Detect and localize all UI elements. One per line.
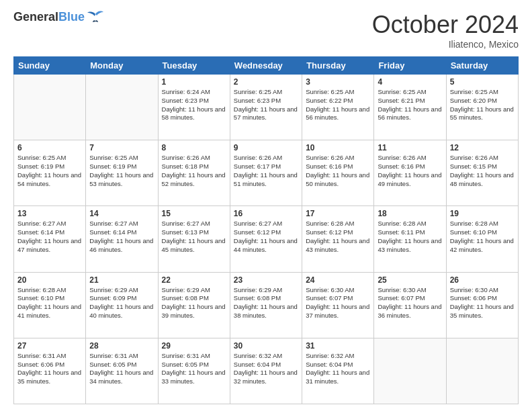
sunset-label: Sunset: 6:12 PM xyxy=(234,228,281,236)
day-info: Sunrise: 6:29 AM Sunset: 6:08 PM Dayligh… xyxy=(162,286,226,320)
title-block: October 2024 Iliatenco, Mexico xyxy=(372,11,519,50)
day-number: 3 xyxy=(306,77,370,87)
day-number: 20 xyxy=(17,275,82,285)
sunset-label: Sunset: 6:19 PM xyxy=(89,163,136,170)
sunrise-label: Sunrise: 6:31 AM xyxy=(89,352,138,359)
day-info: Sunrise: 6:27 AM Sunset: 6:12 PM Dayligh… xyxy=(234,220,298,254)
sunset-label: Sunset: 6:05 PM xyxy=(162,361,209,368)
calendar-cell: 23 Sunrise: 6:29 AM Sunset: 6:08 PM Dayl… xyxy=(230,272,302,338)
sunset-label: Sunset: 6:06 PM xyxy=(450,294,497,302)
day-info: Sunrise: 6:28 AM Sunset: 6:12 PM Dayligh… xyxy=(306,220,370,254)
daylight-label: Daylight: 11 hours and 46 minutes. xyxy=(89,237,153,253)
day-info: Sunrise: 6:29 AM Sunset: 6:09 PM Dayligh… xyxy=(89,286,154,320)
day-info: Sunrise: 6:31 AM Sunset: 6:06 PM Dayligh… xyxy=(17,352,82,386)
sunrise-label: Sunrise: 6:27 AM xyxy=(162,220,210,227)
day-info: Sunrise: 6:27 AM Sunset: 6:13 PM Dayligh… xyxy=(162,220,226,254)
daylight-label: Daylight: 11 hours and 35 minutes. xyxy=(450,303,514,319)
sunset-label: Sunset: 6:10 PM xyxy=(17,294,64,302)
day-number: 11 xyxy=(378,143,442,152)
header-thursday: Thursday xyxy=(302,57,374,75)
sunrise-label: Sunrise: 6:25 AM xyxy=(17,154,66,161)
sunrise-label: Sunrise: 6:27 AM xyxy=(17,220,66,227)
calendar-cell: 16 Sunrise: 6:27 AM Sunset: 6:12 PM Dayl… xyxy=(230,206,302,272)
calendar-cell: 19 Sunrise: 6:28 AM Sunset: 6:10 PM Dayl… xyxy=(446,206,518,272)
day-info: Sunrise: 6:28 AM Sunset: 6:10 PM Dayligh… xyxy=(17,286,82,320)
day-number: 28 xyxy=(89,341,154,351)
day-info: Sunrise: 6:26 AM Sunset: 6:17 PM Dayligh… xyxy=(234,154,298,188)
sunrise-label: Sunrise: 6:27 AM xyxy=(234,220,282,227)
calendar-cell: 31 Sunrise: 6:32 AM Sunset: 6:04 PM Dayl… xyxy=(302,338,374,404)
day-info: Sunrise: 6:28 AM Sunset: 6:11 PM Dayligh… xyxy=(378,220,442,254)
calendar-cell: 7 Sunrise: 6:25 AM Sunset: 6:19 PM Dayli… xyxy=(86,140,158,206)
calendar-table: Sunday Monday Tuesday Wednesday Thursday… xyxy=(13,56,519,404)
day-info: Sunrise: 6:25 AM Sunset: 6:22 PM Dayligh… xyxy=(306,88,370,122)
sunset-label: Sunset: 6:21 PM xyxy=(378,97,425,104)
calendar-cell: 18 Sunrise: 6:28 AM Sunset: 6:11 PM Dayl… xyxy=(374,206,446,272)
logo: GeneralBlue xyxy=(13,11,105,24)
day-number: 29 xyxy=(162,341,226,351)
sunset-label: Sunset: 6:05 PM xyxy=(89,361,136,368)
week-row-1: 1 Sunrise: 6:24 AM Sunset: 6:23 PM Dayli… xyxy=(14,75,519,140)
day-number: 4 xyxy=(378,77,442,87)
sunrise-label: Sunrise: 6:30 AM xyxy=(450,286,498,293)
daylight-label: Daylight: 11 hours and 56 minutes. xyxy=(378,105,441,122)
day-number: 9 xyxy=(234,143,298,152)
day-info: Sunrise: 6:25 AM Sunset: 6:19 PM Dayligh… xyxy=(17,154,82,188)
logo-bird-icon xyxy=(86,9,105,24)
sunrise-label: Sunrise: 6:26 AM xyxy=(162,154,210,161)
day-number: 2 xyxy=(234,77,298,87)
day-number: 5 xyxy=(450,77,515,87)
calendar-cell: 8 Sunrise: 6:26 AM Sunset: 6:18 PM Dayli… xyxy=(158,140,230,206)
day-info: Sunrise: 6:25 AM Sunset: 6:20 PM Dayligh… xyxy=(450,88,515,122)
sunrise-label: Sunrise: 6:25 AM xyxy=(378,88,426,95)
calendar-cell: 25 Sunrise: 6:30 AM Sunset: 6:07 PM Dayl… xyxy=(374,272,446,338)
daylight-label: Daylight: 11 hours and 55 minutes. xyxy=(450,105,514,122)
day-info: Sunrise: 6:28 AM Sunset: 6:10 PM Dayligh… xyxy=(450,220,515,254)
daylight-label: Daylight: 11 hours and 36 minutes. xyxy=(378,303,441,319)
daylight-label: Daylight: 11 hours and 45 minutes. xyxy=(162,237,226,253)
calendar-cell: 24 Sunrise: 6:30 AM Sunset: 6:07 PM Dayl… xyxy=(302,272,374,338)
sunset-label: Sunset: 6:17 PM xyxy=(234,163,281,170)
sunrise-label: Sunrise: 6:25 AM xyxy=(234,88,282,95)
calendar-cell xyxy=(446,338,518,404)
calendar-cell: 3 Sunrise: 6:25 AM Sunset: 6:22 PM Dayli… xyxy=(302,75,374,140)
calendar-cell: 17 Sunrise: 6:28 AM Sunset: 6:12 PM Dayl… xyxy=(302,206,374,272)
sunrise-label: Sunrise: 6:26 AM xyxy=(306,154,354,161)
daylight-label: Daylight: 11 hours and 53 minutes. xyxy=(89,171,153,187)
location: Iliatenco, Mexico xyxy=(372,39,519,50)
sunrise-label: Sunrise: 6:31 AM xyxy=(162,352,210,359)
day-number: 27 xyxy=(17,341,82,351)
sunrise-label: Sunrise: 6:29 AM xyxy=(89,286,138,293)
daylight-label: Daylight: 11 hours and 37 minutes. xyxy=(306,303,369,319)
daylight-label: Daylight: 11 hours and 44 minutes. xyxy=(234,237,298,253)
calendar-cell: 6 Sunrise: 6:25 AM Sunset: 6:19 PM Dayli… xyxy=(14,140,86,206)
header-friday: Friday xyxy=(374,57,446,75)
sunset-label: Sunset: 6:20 PM xyxy=(450,97,497,104)
sunset-label: Sunset: 6:16 PM xyxy=(306,163,353,170)
calendar-cell: 14 Sunrise: 6:27 AM Sunset: 6:14 PM Dayl… xyxy=(86,206,158,272)
day-info: Sunrise: 6:24 AM Sunset: 6:23 PM Dayligh… xyxy=(162,88,226,122)
day-number: 10 xyxy=(306,143,370,152)
calendar-cell: 4 Sunrise: 6:25 AM Sunset: 6:21 PM Dayli… xyxy=(374,75,446,140)
daylight-label: Daylight: 11 hours and 32 minutes. xyxy=(234,369,298,385)
day-number: 12 xyxy=(450,143,515,152)
sunrise-label: Sunrise: 6:26 AM xyxy=(450,154,498,161)
day-number: 23 xyxy=(234,275,298,285)
calendar-cell: 11 Sunrise: 6:26 AM Sunset: 6:16 PM Dayl… xyxy=(374,140,446,206)
daylight-label: Daylight: 11 hours and 57 minutes. xyxy=(234,105,298,122)
week-row-4: 20 Sunrise: 6:28 AM Sunset: 6:10 PM Dayl… xyxy=(14,272,519,338)
daylight-label: Daylight: 11 hours and 33 minutes. xyxy=(162,369,226,385)
day-info: Sunrise: 6:25 AM Sunset: 6:19 PM Dayligh… xyxy=(89,154,154,188)
daylight-label: Daylight: 11 hours and 43 minutes. xyxy=(306,237,369,253)
sunrise-label: Sunrise: 6:32 AM xyxy=(306,352,354,359)
sunset-label: Sunset: 6:04 PM xyxy=(234,361,281,368)
sunset-label: Sunset: 6:23 PM xyxy=(162,97,209,104)
header-saturday: Saturday xyxy=(446,57,518,75)
sunrise-label: Sunrise: 6:24 AM xyxy=(162,88,210,95)
day-number: 21 xyxy=(89,275,154,285)
sunrise-label: Sunrise: 6:25 AM xyxy=(89,154,138,161)
calendar-cell: 1 Sunrise: 6:24 AM Sunset: 6:23 PM Dayli… xyxy=(158,75,230,140)
sunrise-label: Sunrise: 6:30 AM xyxy=(306,286,354,293)
day-number: 18 xyxy=(378,209,442,218)
day-number: 31 xyxy=(306,341,370,351)
